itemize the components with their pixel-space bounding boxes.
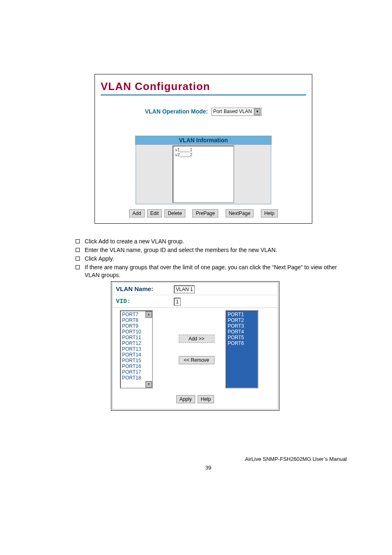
instruction-list: Click Add to create a new VLAN group. En… [74,238,351,279]
list-item[interactable]: PORT13 [122,346,151,352]
add-button[interactable]: Add [129,209,144,217]
list-item: Click Add to create a new VLAN group. [74,238,351,245]
list-item[interactable]: PORT10 [122,329,151,335]
list-item[interactable]: PORT14 [122,352,151,358]
vlan-edit-figure: VLAN Name: VLAN 1 VID: 1 ▲ PORT7 [111,281,279,411]
delete-button[interactable]: Delete [164,209,185,217]
list-item[interactable]: PORT15 [122,358,151,363]
available-ports-list[interactable]: ▲ PORT7 PORT8 PORT9 PORT10 PORT11 PORT12… [120,310,153,388]
chevron-down-icon[interactable]: ▼ [254,109,261,115]
vlan-listbox-wrap: v1____1 v2____2 [136,145,271,204]
list-item[interactable]: PORT6 [228,340,256,346]
list-item[interactable]: v2____2 [175,152,232,157]
list-item[interactable]: PORT2 [228,317,256,323]
list-item[interactable]: PORT18 [122,375,151,381]
list-item: Click Apply. [74,255,351,263]
vid-label: VID: [116,298,131,305]
list-item[interactable]: PORT17 [122,369,151,375]
list-item: Enter the VLAN name, group ID and select… [74,246,351,254]
vlan-listbox[interactable]: v1____1 v2____2 [173,146,234,203]
list-item[interactable]: PORT5 [228,335,256,340]
vid-input[interactable]: 1 [174,298,181,306]
edit-button[interactable]: Edit [147,209,162,217]
page-number: 39 [66,465,351,471]
vlan-name-input[interactable]: VLAN 1 [174,285,195,294]
vlan-name-label: VLAN Name: [116,285,153,292]
list-item[interactable]: v1____1 [175,147,232,152]
member-ports-list[interactable]: PORT1 PORT2 PORT3 PORT4 PORT5 PORT6 [226,310,258,388]
nextpage-button[interactable]: NextPage [226,209,254,217]
op-mode-label: VLAN Operation Mode: [145,108,208,115]
list-item[interactable]: PORT8 [122,317,151,323]
list-item[interactable]: PORT1 [228,312,256,317]
list-item[interactable]: PORT9 [122,323,151,329]
vlan-config-title: VLAN Configuration [101,80,306,93]
op-mode-select[interactable]: Port Based VLAN ▼ [211,108,262,116]
list-item: If there are many groups that over the l… [74,264,351,279]
list-item[interactable]: PORT11 [122,335,151,340]
list-item[interactable]: PORT12 [122,340,151,346]
list-item[interactable]: PORT16 [122,363,151,369]
scroll-down-icon[interactable]: ▼ [145,381,152,388]
op-mode-value: Port Based VLAN [213,109,252,114]
footer-text: AirLive SNMP-FSH2602MG User’s Manual [66,456,351,462]
scroll-up-icon[interactable]: ▲ [145,311,152,318]
button-row: Add Edit Delete PrePage NextPage Help [101,209,306,217]
remove-ports-button[interactable]: << Remove [179,356,214,364]
add-ports-button[interactable]: Add >> [179,335,214,343]
help-button[interactable]: Help [198,395,214,403]
vlan-info-header: VLAN Information [135,136,272,145]
apply-button[interactable]: Apply [176,395,195,403]
list-item[interactable]: PORT3 [228,323,256,329]
prepage-button[interactable]: PrePage [192,209,218,217]
vlan-config-figure: VLAN Configuration VLAN Operation Mode: … [95,74,312,224]
list-item[interactable]: PORT4 [228,329,256,335]
title-underline [101,95,306,95]
help-button[interactable]: Help [261,209,278,217]
